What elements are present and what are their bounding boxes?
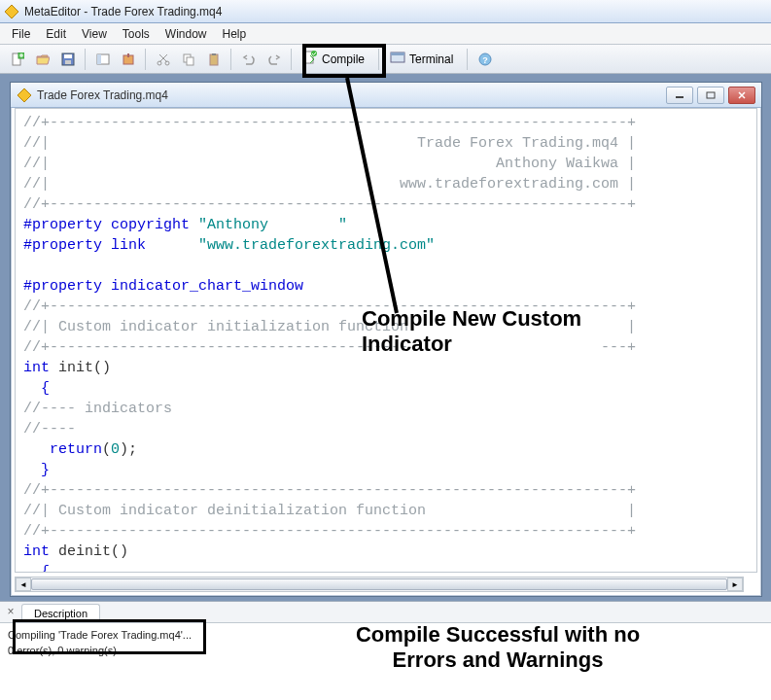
output-row: 0 error(s), 0 warning(s) xyxy=(8,643,763,658)
menu-file[interactable]: File xyxy=(4,25,38,43)
app-title: MetaEditor - Trade Forex Trading.mq4 xyxy=(24,5,222,18)
menu-tools[interactable]: Tools xyxy=(115,25,158,43)
compile-label: Compile xyxy=(322,52,365,66)
separator xyxy=(145,49,147,70)
menu-help[interactable]: Help xyxy=(215,25,255,43)
compile-icon xyxy=(302,50,318,68)
svg-rect-14 xyxy=(212,53,216,55)
output-tabs: × Description xyxy=(0,602,771,623)
minimize-button[interactable] xyxy=(666,87,693,104)
terminal-icon xyxy=(390,50,405,68)
separator xyxy=(230,49,232,70)
compile-button[interactable]: Compile xyxy=(298,48,373,71)
svg-marker-0 xyxy=(5,5,18,18)
close-button[interactable] xyxy=(728,87,755,104)
menu-view[interactable]: View xyxy=(74,25,115,43)
window-controls xyxy=(666,87,755,104)
toolbox-button[interactable] xyxy=(117,48,140,71)
menu-window[interactable]: Window xyxy=(158,25,215,43)
mq4-file-icon xyxy=(17,88,32,103)
terminal-button[interactable]: Terminal xyxy=(385,48,462,71)
svg-rect-4 xyxy=(64,54,72,58)
paste-button[interactable] xyxy=(202,48,226,71)
svg-text:?: ? xyxy=(483,55,489,65)
menu-bar: File Edit View Tools Window Help xyxy=(0,23,771,45)
scroll-right-button[interactable]: ► xyxy=(727,578,743,591)
save-button[interactable] xyxy=(56,48,80,71)
title-bar: MetaEditor - Trade Forex Trading.mq4 xyxy=(0,0,771,23)
scroll-thumb[interactable] xyxy=(31,578,727,590)
code-window-titlebar[interactable]: Trade Forex Trading.mq4 xyxy=(11,83,761,108)
output-content: Compiling 'Trade Forex Trading.mq4'... 0… xyxy=(0,623,771,662)
separator xyxy=(85,49,87,70)
undo-button[interactable] xyxy=(237,48,261,71)
navigator-button[interactable] xyxy=(91,48,115,71)
svg-rect-5 xyxy=(65,60,71,64)
svg-rect-7 xyxy=(97,54,101,64)
svg-point-16 xyxy=(311,51,317,56)
copy-button[interactable] xyxy=(177,48,200,71)
toolbar: Compile Terminal ? xyxy=(0,45,771,74)
cut-button[interactable] xyxy=(152,48,175,71)
menu-edit[interactable]: Edit xyxy=(38,25,74,43)
redo-button[interactable] xyxy=(263,48,286,71)
metaeditor-icon xyxy=(4,4,19,19)
code-editor[interactable]: //+-------------------------------------… xyxy=(15,108,757,573)
output-row: Compiling 'Trade Forex Trading.mq4'... xyxy=(8,627,763,643)
svg-rect-22 xyxy=(707,92,715,98)
svg-rect-12 xyxy=(187,57,193,65)
horizontal-scrollbar[interactable]: ◄ ► xyxy=(15,577,744,592)
panel-close-button[interactable]: × xyxy=(4,605,18,618)
terminal-label: Terminal xyxy=(409,52,453,66)
code-window: Trade Forex Trading.mq4 //+-------------… xyxy=(10,82,762,597)
open-file-button[interactable] xyxy=(31,48,54,71)
svg-marker-21 xyxy=(18,88,31,102)
maximize-button[interactable] xyxy=(697,87,724,104)
description-tab[interactable]: Description xyxy=(21,604,100,622)
scroll-left-button[interactable]: ◄ xyxy=(16,578,31,591)
separator xyxy=(467,49,469,70)
code-window-title: Trade Forex Trading.mq4 xyxy=(37,88,666,102)
help-button[interactable]: ? xyxy=(473,48,497,71)
output-panel: × Description Compiling 'Trade Forex Tra… xyxy=(0,601,771,700)
separator xyxy=(378,49,380,70)
new-file-button[interactable] xyxy=(6,48,29,71)
svg-rect-18 xyxy=(391,52,404,55)
svg-rect-13 xyxy=(210,54,218,65)
separator xyxy=(291,49,293,70)
